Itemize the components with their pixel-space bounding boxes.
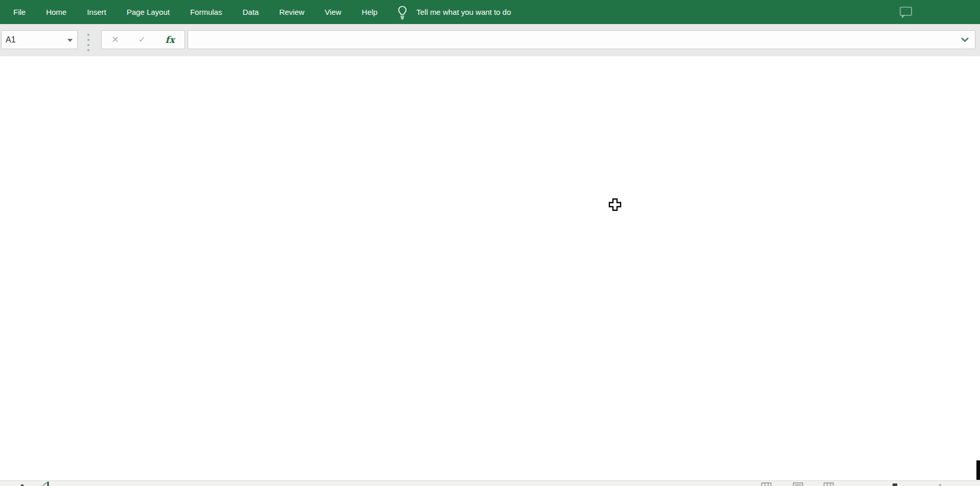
tell-me-label: Tell me what you want to do bbox=[416, 8, 511, 16]
scrollbar-fragment bbox=[976, 460, 980, 480]
name-box-input[interactable] bbox=[2, 35, 63, 45]
chevron-down-icon[interactable] bbox=[67, 39, 73, 42]
tab-view[interactable]: View bbox=[314, 0, 351, 24]
normal-view-button[interactable] bbox=[761, 482, 771, 486]
tab-home[interactable]: Home bbox=[36, 0, 77, 24]
status-bar bbox=[0, 480, 980, 486]
sheet-canvas[interactable] bbox=[0, 56, 980, 480]
lightbulb-icon bbox=[396, 5, 409, 20]
tab-page-layout[interactable]: Page Layout bbox=[117, 0, 180, 24]
formula-button-group: ✕ ✓ fx bbox=[101, 30, 185, 49]
comment-bubble-icon[interactable] bbox=[899, 6, 913, 19]
tab-data[interactable]: Data bbox=[232, 0, 269, 24]
tab-review[interactable]: Review bbox=[269, 0, 314, 24]
formula-bar-drag-handle[interactable] bbox=[87, 34, 90, 51]
formula-bar-row: ✕ ✓ fx bbox=[0, 24, 980, 56]
insert-function-icon[interactable]: fx bbox=[165, 35, 174, 45]
name-box[interactable] bbox=[1, 30, 78, 49]
chevron-down-icon[interactable] bbox=[961, 37, 969, 42]
edit-pencil-icon bbox=[42, 481, 50, 486]
ribbon-bar: File Home Insert Page Layout Formulas Da… bbox=[0, 0, 980, 24]
cancel-icon[interactable]: ✕ bbox=[111, 35, 119, 44]
menu-bar: File Home Insert Page Layout Formulas Da… bbox=[0, 0, 388, 24]
page-layout-view-button[interactable] bbox=[793, 482, 803, 486]
tell-me-box[interactable]: Tell me what you want to do bbox=[396, 5, 511, 20]
page-break-preview-button[interactable] bbox=[824, 482, 834, 486]
formula-bar-field[interactable] bbox=[188, 30, 975, 49]
zoom-slider-handle[interactable] bbox=[893, 483, 897, 486]
tab-file[interactable]: File bbox=[3, 0, 36, 24]
enter-check-icon[interactable]: ✓ bbox=[139, 35, 146, 44]
tab-insert[interactable]: Insert bbox=[77, 0, 117, 24]
formula-input[interactable] bbox=[188, 31, 955, 49]
zoom-slider-track-end bbox=[939, 484, 941, 485]
tab-formulas[interactable]: Formulas bbox=[180, 0, 233, 24]
cell-cursor-icon bbox=[608, 197, 622, 212]
tab-help[interactable]: Help bbox=[352, 0, 388, 24]
